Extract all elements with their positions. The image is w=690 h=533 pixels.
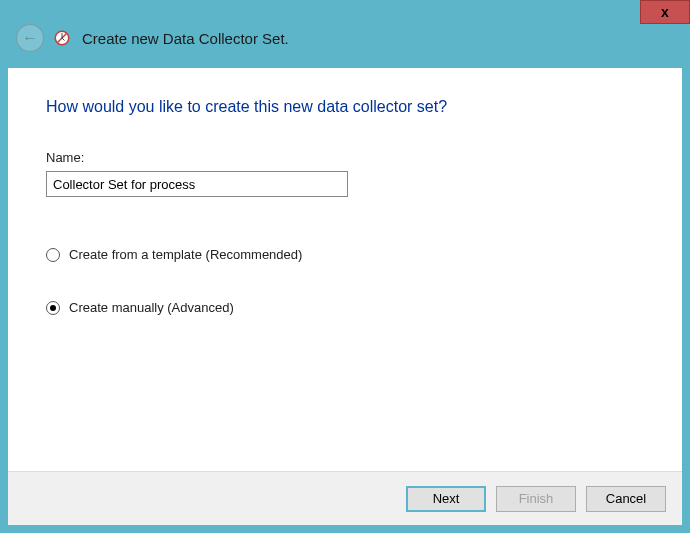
name-input[interactable]: [46, 171, 348, 197]
wizard-heading: How would you like to create this new da…: [46, 98, 644, 116]
close-icon: x: [661, 4, 669, 20]
radio-label: Create from a template (Recommended): [69, 247, 302, 262]
back-arrow-icon: ←: [22, 29, 38, 47]
next-button[interactable]: Next: [406, 486, 486, 512]
titlebar: x ← Create new Data Collector Set.: [8, 8, 682, 68]
content-area: How would you like to create this new da…: [8, 68, 682, 471]
creation-mode-radio-group: Create from a template (Recommended) Cre…: [46, 247, 644, 315]
radio-icon: [46, 248, 60, 262]
radio-label: Create manually (Advanced): [69, 300, 234, 315]
radio-create-from-template[interactable]: Create from a template (Recommended): [46, 247, 644, 262]
wizard-footer: Next Finish Cancel: [8, 471, 682, 525]
radio-icon: [46, 301, 60, 315]
cancel-button[interactable]: Cancel: [586, 486, 666, 512]
app-icon: [52, 28, 72, 48]
name-label: Name:: [46, 150, 644, 165]
back-button: ←: [16, 24, 44, 52]
radio-create-manually[interactable]: Create manually (Advanced): [46, 300, 644, 315]
wizard-window: x ← Create new Data Collector Set. How w…: [0, 0, 690, 533]
close-button[interactable]: x: [640, 0, 690, 24]
content-wrap: How would you like to create this new da…: [8, 68, 682, 525]
window-title: Create new Data Collector Set.: [82, 30, 289, 47]
finish-button[interactable]: Finish: [496, 486, 576, 512]
